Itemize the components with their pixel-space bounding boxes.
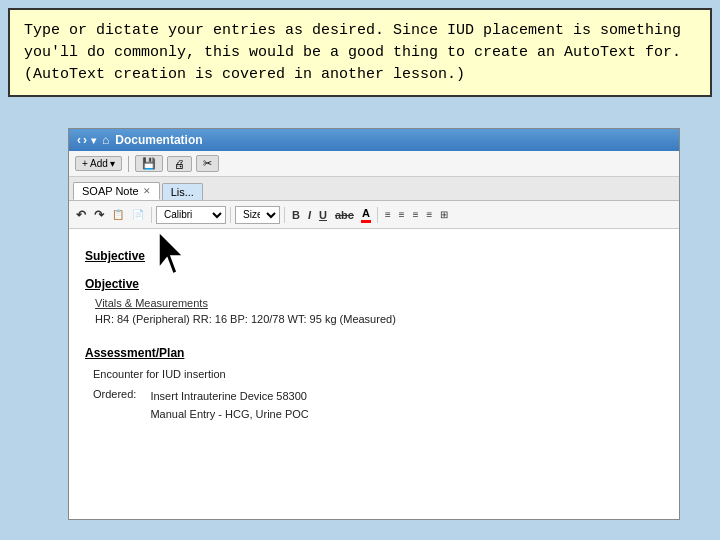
print-icon: 🖨 [174,158,185,170]
formatting-bar: ↶ ↷ 📋 📄 Calibri Size B I U abc A ≡ ≡ ≡ ≡… [69,201,679,229]
font-color-btn[interactable]: A [359,207,373,223]
tab-soap-note-close[interactable]: ✕ [143,186,151,196]
svg-marker-0 [159,232,183,274]
fmt-sep-2 [230,207,231,223]
dropdown-icon[interactable]: ▾ [91,135,96,146]
encounter-label: Encounter for IUD insertion [93,366,663,383]
size-select[interactable]: Size [235,206,280,224]
fmt-sep-4 [377,207,378,223]
ordered-label: Ordered: [93,388,136,423]
title-bar-label: Documentation [115,133,202,147]
add-dropdown-icon: ▾ [110,158,115,169]
fmt-sep-1 [151,207,152,223]
align-right-btn[interactable]: ≡ [410,208,422,221]
assessment-heading: Assessment/Plan [85,346,663,360]
tab-soap-note-label: SOAP Note [82,185,139,197]
tooltip-text: Type or dictate your entries as desired.… [24,22,681,83]
align-center-btn[interactable]: ≡ [396,208,408,221]
toolbar: + Add ▾ 💾 🖨 ✂ [69,151,679,177]
cut-icon: ✂ [203,157,212,170]
app-window: ‹ › ▾ ⌂ Documentation + Add ▾ 💾 🖨 ✂ SOAP… [68,128,680,520]
align-left-btn[interactable]: ≡ [382,208,394,221]
indent-btn[interactable]: ⊞ [437,208,451,221]
toolbar-separator [128,156,129,172]
print-button[interactable]: 🖨 [167,156,192,172]
justify-btn[interactable]: ≡ [423,208,435,221]
tab-list-label: Lis... [171,186,194,198]
redo-btn[interactable]: ↷ [91,207,107,223]
cut-button[interactable]: ✂ [196,155,219,172]
copy-btn[interactable]: 📄 [129,208,147,221]
nav-forward-btn[interactable]: › [83,133,87,147]
undo-btn[interactable]: ↶ [73,207,89,223]
vitals-values: HR: 84 (Peripheral) RR: 16 BP: 120/78 WT… [95,311,663,328]
title-bar: ‹ › ▾ ⌂ Documentation [69,129,679,151]
nav-back-btn[interactable]: ‹ [77,133,81,147]
save-button[interactable]: 💾 [135,155,163,172]
home-icon[interactable]: ⌂ [102,133,109,147]
order-item-1: Insert Intrauterine Device 58300 [150,388,308,406]
fmt-sep-3 [284,207,285,223]
underline-btn[interactable]: U [316,208,330,222]
mouse-cursor [155,230,185,280]
order-item-2: Manual Entry - HCG, Urine POC [150,406,308,424]
strikethrough-btn[interactable]: abc [332,208,357,222]
vitals-subheading: Vitals & Measurements [95,297,663,309]
tooltip-box: Type or dictate your entries as desired.… [8,8,712,97]
italic-btn[interactable]: I [305,208,314,222]
font-select[interactable]: Calibri [156,206,226,224]
tabs-bar: SOAP Note ✕ Lis... [69,177,679,201]
font-color-underline [361,220,371,223]
save-icon: 💾 [142,157,156,170]
font-color-label: A [362,207,370,219]
paste-icon-btn[interactable]: 📋 [109,208,127,221]
add-button[interactable]: + Add ▾ [75,156,122,171]
bold-btn[interactable]: B [289,208,303,222]
tab-list[interactable]: Lis... [162,183,203,200]
add-label: + Add [82,158,108,169]
tab-soap-note[interactable]: SOAP Note ✕ [73,182,160,200]
